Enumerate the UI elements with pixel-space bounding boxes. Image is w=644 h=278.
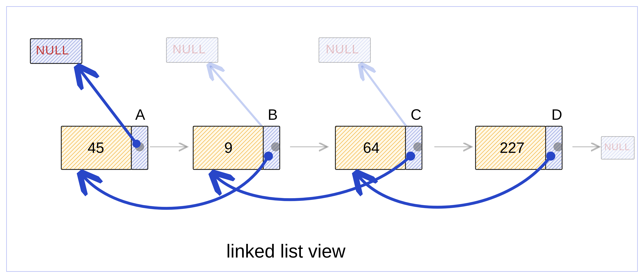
node-label-d: D bbox=[552, 106, 562, 123]
pointer-dot-a bbox=[132, 140, 140, 148]
null-label-trailing: NULL bbox=[604, 141, 630, 152]
node-value-b: 9 bbox=[193, 139, 264, 156]
null-label-c: NULL bbox=[326, 42, 359, 56]
svg-point-11 bbox=[271, 142, 280, 151]
node-value-d: 227 bbox=[477, 139, 547, 156]
node-label-c: C bbox=[411, 106, 422, 123]
pointer-dot-d bbox=[546, 152, 555, 161]
svg-point-17 bbox=[554, 142, 562, 151]
null-label-b: NULL bbox=[172, 42, 206, 56]
null-label-a: NULL bbox=[36, 43, 69, 57]
pointer-dot-b bbox=[264, 152, 273, 161]
svg-point-14 bbox=[413, 142, 422, 151]
node-value-a: 45 bbox=[61, 139, 131, 156]
node-label-b: B bbox=[268, 106, 278, 123]
pointer-dot-c bbox=[406, 152, 415, 161]
node-label-a: A bbox=[135, 106, 145, 123]
diagram-caption: linked list view bbox=[226, 241, 346, 262]
diagram-frame: NULL NULL NULL NULL A B C D 45 9 64 227 … bbox=[6, 6, 638, 272]
diagram-svg bbox=[7, 7, 637, 271]
node-value-c: 64 bbox=[336, 139, 406, 156]
